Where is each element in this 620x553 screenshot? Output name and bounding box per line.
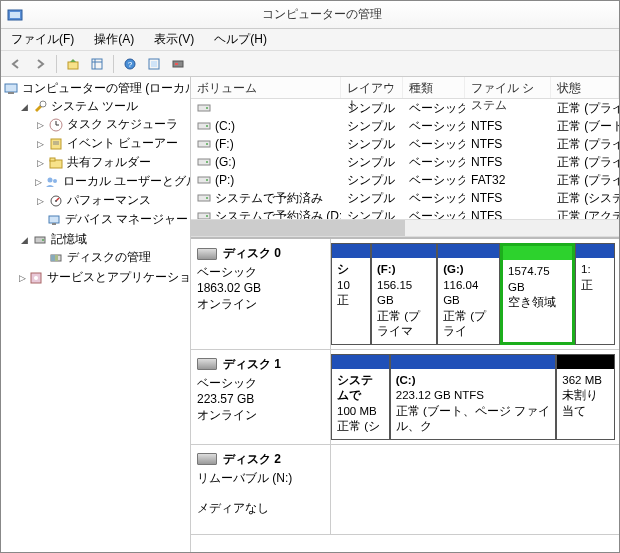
col-layout[interactable]: レイアウト — [341, 77, 403, 98]
volume-list[interactable]: ボリューム レイアウト 種類 ファイル システム 状態 シンプルベーシック正常 … — [191, 77, 619, 237]
partition[interactable]: 1:正 — [575, 243, 615, 345]
disk-graphic-view[interactable]: ディスク 0ベーシック1863.02 GBオンラインシ10正(F:)156.15… — [191, 237, 619, 553]
help-button[interactable]: ? — [119, 53, 141, 75]
separator — [56, 55, 57, 73]
col-type[interactable]: 種類 — [403, 77, 465, 98]
volume-status: 正常 (プライマ — [551, 135, 619, 154]
col-volume[interactable]: ボリューム — [191, 77, 341, 98]
svg-rect-45 — [198, 177, 210, 183]
svg-rect-3 — [92, 59, 102, 69]
tree-event-viewer[interactable]: ▷イベント ビューアー — [35, 135, 188, 152]
col-status[interactable]: 状態 — [551, 77, 619, 98]
disk-info[interactable]: ディスク 2リムーバブル (N:)メディアなし — [191, 445, 331, 534]
volume-name: システムで予約済み — [215, 190, 323, 207]
expand-icon[interactable]: ▷ — [19, 272, 26, 283]
volume-row[interactable]: (P:)シンプルベーシックFAT32正常 (プライマ — [191, 171, 619, 189]
disk-state: オンライン — [197, 407, 324, 423]
svg-rect-12 — [5, 84, 17, 92]
diskview-button[interactable] — [167, 53, 189, 75]
drive-icon — [197, 137, 211, 151]
separator — [113, 55, 114, 73]
volume-row[interactable]: システムで予約済み (D:)シンプルベーシックNTFS正常 (アクティ — [191, 207, 619, 219]
tree-label: システム ツール — [51, 98, 138, 115]
view-button[interactable] — [86, 53, 108, 75]
volume-header[interactable]: ボリューム レイアウト 種類 ファイル システム 状態 — [191, 77, 619, 99]
svg-point-23 — [48, 177, 53, 182]
partition[interactable]: シ10正 — [331, 243, 371, 345]
svg-point-48 — [206, 197, 208, 199]
tree-disk-mgmt[interactable]: ディスクの管理 — [35, 249, 188, 266]
partition[interactable]: (F:)156.15 GB正常 (プライマ — [371, 243, 437, 345]
volume-row[interactable]: (F:)シンプルベーシックNTFS正常 (プライマ — [191, 135, 619, 153]
expand-icon[interactable]: ▷ — [35, 157, 46, 168]
partition[interactable]: (G:)116.04 GB正常 (プライ — [437, 243, 500, 345]
svg-point-44 — [206, 161, 208, 163]
volume-type: ベーシック — [403, 171, 465, 190]
expand-icon[interactable]: ▷ — [35, 138, 46, 149]
nav-tree[interactable]: コンピューターの管理 (ローカル) ◢ システム ツール ▷タスク スケジューラ… — [1, 77, 191, 553]
partition[interactable]: 362 MB未割り当て — [556, 354, 615, 440]
svg-point-31 — [42, 239, 44, 241]
expand-icon[interactable]: ▷ — [35, 176, 42, 187]
volume-row[interactable]: システムで予約済みシンプルベーシックNTFS正常 (システム — [191, 189, 619, 207]
menu-file[interactable]: ファイル(F) — [5, 29, 80, 50]
partition[interactable]: システムで100 MB正常 (シ — [331, 354, 390, 440]
svg-text:?: ? — [128, 60, 133, 69]
refresh-button[interactable] — [143, 53, 165, 75]
disk-row[interactable]: ディスク 1ベーシック223.57 GBオンラインシステムで100 MB正常 (… — [191, 350, 619, 445]
partition[interactable]: 1574.75 GB空き領域 — [500, 243, 575, 345]
forward-button[interactable] — [29, 53, 51, 75]
svg-rect-28 — [49, 216, 59, 223]
volume-row[interactable]: (G:)シンプルベーシックNTFS正常 (プライマ — [191, 153, 619, 171]
expand-icon[interactable]: ▷ — [35, 119, 46, 130]
tree-services-apps[interactable]: ▷ サービスとアプリケーション — [19, 269, 188, 286]
volume-status: 正常 (システム — [551, 189, 619, 208]
tree-local-users[interactable]: ▷ローカル ユーザーとグルー — [35, 173, 188, 190]
collapse-icon[interactable]: ◢ — [19, 101, 30, 112]
tree-label: ディスクの管理 — [67, 249, 151, 266]
volume-layout: シンプル — [341, 189, 403, 208]
svg-point-46 — [206, 179, 208, 181]
tree-root[interactable]: コンピューターの管理 (ローカル) — [3, 80, 188, 97]
disk-icon — [197, 358, 217, 370]
volume-fs: FAT32 — [465, 172, 551, 188]
up-button[interactable] — [62, 53, 84, 75]
tree-performance[interactable]: ▷パフォーマンス — [35, 192, 188, 209]
volume-row[interactable]: (C:)シンプルベーシックNTFS正常 (ブート、 — [191, 117, 619, 135]
volume-layout: シンプル — [341, 207, 403, 220]
tree-label: デバイス マネージャー — [65, 211, 188, 228]
volume-type: ベーシック — [403, 99, 465, 118]
scrollbar-thumb[interactable] — [191, 220, 405, 236]
tree-storage[interactable]: ◢ 記憶域 — [19, 231, 188, 248]
tree-label: イベント ビューアー — [67, 135, 178, 152]
volume-row[interactable]: シンプルベーシック正常 (プライマ — [191, 99, 619, 117]
tree-system-tools[interactable]: ◢ システム ツール — [19, 98, 188, 115]
partition-size: 362 MB — [562, 373, 609, 389]
expand-icon[interactable]: ▷ — [35, 195, 46, 206]
partition-header — [332, 244, 370, 258]
disk-name: ディスク 2 — [223, 451, 281, 468]
tree-shared-folders[interactable]: ▷共有フォルダー — [35, 154, 188, 171]
volume-type: ベーシック — [403, 207, 465, 220]
tree-device-manager[interactable]: デバイス マネージャー — [35, 211, 188, 228]
collapse-icon[interactable]: ◢ — [19, 234, 30, 245]
volume-type: ベーシック — [403, 135, 465, 154]
back-button[interactable] — [5, 53, 27, 75]
toolbar: ? — [1, 51, 619, 77]
tree-task-scheduler[interactable]: ▷タスク スケジューラ — [35, 116, 188, 133]
partition[interactable]: (C:)223.12 GB NTFS正常 (ブート、ページ ファイル、ク — [390, 354, 557, 440]
svg-rect-43 — [198, 159, 210, 165]
disk-info[interactable]: ディスク 1ベーシック223.57 GBオンライン — [191, 350, 331, 444]
disk-type: ベーシック — [197, 264, 324, 280]
menu-help[interactable]: ヘルプ(H) — [208, 29, 273, 50]
horizontal-scrollbar[interactable] — [191, 219, 619, 236]
disk-info[interactable]: ディスク 0ベーシック1863.02 GBオンライン — [191, 239, 331, 349]
menu-action[interactable]: 操作(A) — [88, 29, 140, 50]
app-icon — [7, 7, 23, 23]
col-fs[interactable]: ファイル システム — [465, 77, 551, 98]
device-icon — [46, 212, 62, 228]
menu-view[interactable]: 表示(V) — [148, 29, 200, 50]
disk-row[interactable]: ディスク 2リムーバブル (N:)メディアなし — [191, 445, 619, 535]
disk-row[interactable]: ディスク 0ベーシック1863.02 GBオンラインシ10正(F:)156.15… — [191, 239, 619, 350]
svg-rect-1 — [10, 12, 20, 18]
